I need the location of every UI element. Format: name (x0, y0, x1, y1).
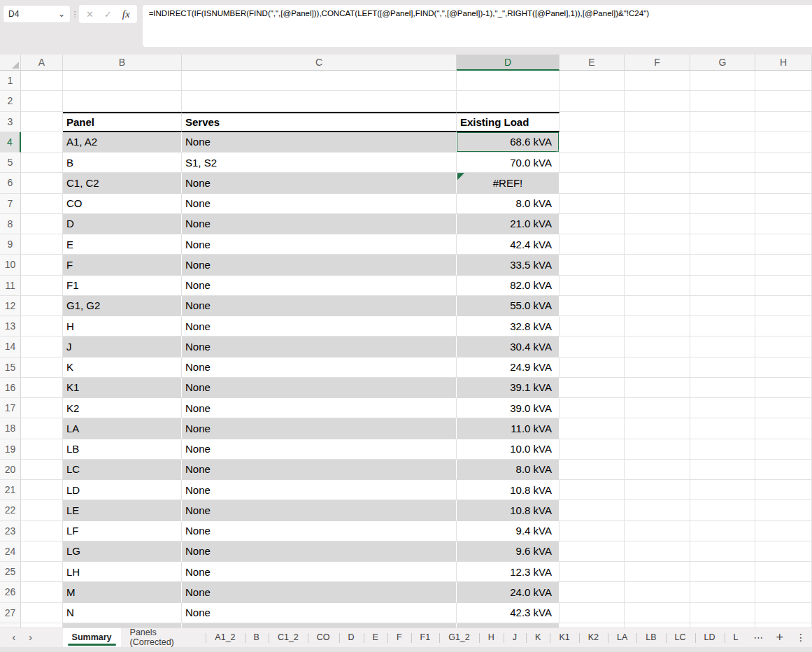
cell-G5[interactable] (690, 153, 755, 173)
column-header-B[interactable]: B (63, 55, 182, 71)
cell-F25[interactable] (625, 562, 690, 582)
cell-B14[interactable]: J (63, 336, 182, 357)
cell-D27[interactable]: 42.3 kVA (457, 603, 560, 623)
cell-C25[interactable]: None (182, 562, 457, 582)
cell-G2[interactable] (690, 91, 755, 111)
cell-H4[interactable] (755, 132, 812, 153)
cell-C11[interactable]: None (182, 276, 457, 296)
cell-A7[interactable] (21, 194, 63, 214)
cell-C18[interactable]: None (182, 418, 457, 439)
insert-function-icon[interactable]: fx (122, 8, 130, 20)
cell-C23[interactable]: None (182, 521, 457, 541)
cell-C19[interactable]: None (182, 439, 457, 460)
cell-H26[interactable] (755, 582, 812, 602)
cell-B13[interactable]: H (63, 316, 182, 336)
sheet-tab-lc[interactable]: LC (666, 628, 695, 647)
cell-B15[interactable]: K (63, 357, 182, 378)
cell-G23[interactable] (690, 521, 755, 541)
sheet-tab-e[interactable]: E (364, 628, 387, 647)
add-sheet-icon[interactable]: + (769, 628, 790, 647)
cell-E27[interactable] (560, 603, 625, 623)
cell-C5[interactable]: S1, S2 (182, 153, 457, 173)
cell-H24[interactable] (755, 541, 812, 562)
cell-G19[interactable] (690, 439, 755, 460)
tab-scroll-left-icon[interactable]: ‹ (6, 628, 22, 647)
row-header-12[interactable]: 12 (0, 296, 21, 316)
cell-C1[interactable] (182, 71, 457, 91)
cell-E12[interactable] (560, 296, 625, 316)
cell-E3[interactable] (560, 112, 625, 132)
cell-D12[interactable]: 55.0 kVA (457, 296, 560, 316)
cell-G28[interactable] (690, 623, 755, 628)
cell-C26[interactable]: None (182, 582, 457, 602)
sheet-tab-a1-2[interactable]: A1_2 (206, 628, 244, 647)
cell-F14[interactable] (625, 336, 690, 357)
sheet-tab-summary[interactable]: Summary (63, 628, 121, 647)
sheet-tab-b[interactable]: B (245, 628, 269, 647)
cell-B2[interactable] (63, 91, 182, 111)
cell-F19[interactable] (625, 439, 690, 460)
sheet-tab-panels-corrected-[interactable]: Panels (Corrected) (121, 628, 206, 647)
row-header-3[interactable]: 3 (0, 112, 21, 132)
cell-G25[interactable] (690, 562, 755, 582)
cell-C12[interactable]: None (182, 296, 457, 316)
cell-B7[interactable]: CO (63, 194, 182, 214)
cell-H20[interactable] (755, 460, 812, 480)
sheet-tab-f[interactable]: F (387, 628, 411, 647)
cell-A2[interactable] (21, 91, 63, 111)
sheet-tab-f1[interactable]: F1 (411, 628, 440, 647)
cell-F6[interactable] (625, 173, 690, 193)
tab-scroll-right-icon[interactable]: › (22, 628, 39, 647)
cell-D17[interactable]: 39.0 kVA (457, 398, 560, 418)
cell-F26[interactable] (625, 582, 690, 602)
cell-E4[interactable] (560, 132, 625, 153)
cell-A16[interactable] (21, 378, 63, 398)
cell-H18[interactable] (755, 418, 812, 439)
cell-E22[interactable] (560, 500, 625, 520)
cell-B5[interactable]: B (63, 153, 182, 173)
cell-C24[interactable]: None (182, 541, 457, 562)
cell-C7[interactable]: None (182, 194, 457, 214)
row-header-20[interactable]: 20 (0, 460, 21, 480)
cell-H12[interactable] (755, 296, 812, 316)
sheet-tab-j[interactable]: J (504, 628, 526, 647)
row-header-25[interactable]: 25 (0, 562, 21, 582)
cell-E14[interactable] (560, 336, 625, 357)
cell-D10[interactable]: 33.5 kVA (457, 255, 560, 275)
cell-G24[interactable] (690, 541, 755, 562)
row-header-21[interactable]: 21 (0, 480, 21, 500)
cell-C21[interactable]: None (182, 480, 457, 500)
row-header-19[interactable]: 19 (0, 439, 21, 460)
cell-A19[interactable] (21, 439, 63, 460)
cell-F24[interactable] (625, 541, 690, 562)
cell-D15[interactable]: 24.9 kVA (457, 357, 560, 378)
cell-F4[interactable] (625, 132, 690, 153)
cell-F22[interactable] (625, 500, 690, 520)
cell-G22[interactable] (690, 500, 755, 520)
sheet-tab-c1-2[interactable]: C1_2 (269, 628, 308, 647)
cell-F15[interactable] (625, 357, 690, 378)
column-header-A[interactable]: A (21, 55, 63, 71)
cell-E19[interactable] (560, 439, 625, 460)
cell-F11[interactable] (625, 276, 690, 296)
cell-A24[interactable] (21, 541, 63, 562)
row-header-7[interactable]: 7 (0, 194, 21, 214)
cell-C22[interactable]: None (182, 500, 457, 520)
sheet-tab-la[interactable]: LA (608, 628, 636, 647)
cell-F3[interactable] (625, 112, 690, 132)
row-header-24[interactable]: 24 (0, 541, 21, 562)
cell-D16[interactable]: 39.1 kVA (457, 378, 560, 398)
cell-B24[interactable]: LG (63, 541, 182, 562)
cell-D13[interactable]: 32.8 kVA (457, 316, 560, 336)
cell-C8[interactable]: None (182, 214, 457, 234)
cell-F27[interactable] (625, 603, 690, 623)
cell-F1[interactable] (625, 71, 690, 91)
cell-H1[interactable] (755, 71, 812, 91)
cell-A27[interactable] (21, 603, 63, 623)
column-header-C[interactable]: C (182, 55, 457, 71)
cell-H5[interactable] (755, 153, 812, 173)
cell-C17[interactable]: None (182, 398, 457, 418)
cell-B25[interactable]: LH (63, 562, 182, 582)
cell-C20[interactable]: None (182, 460, 457, 480)
cell-G11[interactable] (690, 276, 755, 296)
